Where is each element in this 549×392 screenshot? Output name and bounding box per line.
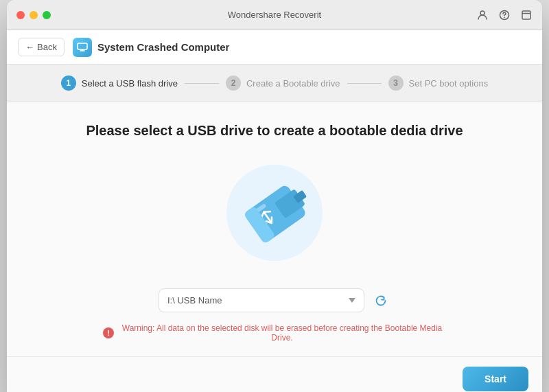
back-button[interactable]: ← Back bbox=[18, 38, 65, 56]
section-icon bbox=[73, 38, 92, 57]
warning-message: Warning: All data on the selected disk w… bbox=[118, 323, 446, 343]
step-2-num: 2 bbox=[226, 76, 241, 91]
svg-point-2 bbox=[504, 16, 505, 18]
section-title: System Crashed Computer bbox=[97, 41, 230, 53]
window-icon[interactable] bbox=[520, 9, 533, 21]
usb-illustration bbox=[220, 158, 329, 268]
step-2: 2 Create a Bootable drive bbox=[226, 76, 340, 91]
main-title: Please select a USB drive to create a bo… bbox=[86, 123, 463, 139]
step-3-label: Set PC boot options bbox=[409, 78, 489, 89]
main-content: Please select a USB drive to create a bo… bbox=[7, 102, 542, 356]
maximize-button[interactable] bbox=[43, 11, 51, 19]
step-1-label: Select a USB flash drive bbox=[82, 78, 178, 89]
warning-row: ! Warning: All data on the selected disk… bbox=[103, 323, 446, 343]
usb-svg bbox=[220, 158, 329, 268]
svg-rect-3 bbox=[522, 11, 530, 19]
close-button[interactable] bbox=[16, 11, 25, 19]
svg-point-0 bbox=[480, 11, 484, 15]
footer-bar: Start bbox=[7, 356, 542, 392]
back-label: Back bbox=[37, 42, 57, 52]
user-icon[interactable] bbox=[476, 9, 489, 21]
usb-select[interactable]: I:\ USB Name bbox=[159, 288, 364, 312]
step-connector-2 bbox=[347, 83, 382, 84]
titlebar-icons bbox=[476, 9, 533, 21]
step-1: 1 Select a USB flash drive bbox=[61, 76, 178, 91]
minimize-button[interactable] bbox=[30, 11, 38, 19]
traffic-lights bbox=[16, 11, 51, 19]
help-icon[interactable] bbox=[498, 9, 511, 21]
step-connector-1 bbox=[185, 83, 219, 84]
steps-bar: 1 Select a USB flash drive 2 Create a Bo… bbox=[7, 65, 542, 102]
step-1-num: 1 bbox=[61, 76, 76, 91]
app-title: Wondershare Recoverit bbox=[228, 10, 321, 20]
dropdown-row: I:\ USB Name bbox=[159, 288, 390, 312]
app-window: Wondershare Recoverit bbox=[7, 0, 542, 392]
start-button[interactable]: Start bbox=[463, 367, 528, 391]
refresh-button[interactable] bbox=[371, 291, 390, 310]
step-3-num: 3 bbox=[388, 76, 404, 91]
back-arrow-icon: ← bbox=[25, 42, 34, 52]
step-3: 3 Set PC boot options bbox=[388, 76, 489, 91]
steps-container: 1 Select a USB flash drive 2 Create a Bo… bbox=[61, 76, 488, 91]
svg-rect-4 bbox=[78, 43, 87, 49]
warning-icon: ! bbox=[103, 327, 114, 338]
step-2-label: Create a Bootable drive bbox=[246, 78, 340, 89]
titlebar: Wondershare Recoverit bbox=[7, 0, 542, 30]
header-bar: ← Back System Crashed Computer bbox=[7, 30, 542, 65]
